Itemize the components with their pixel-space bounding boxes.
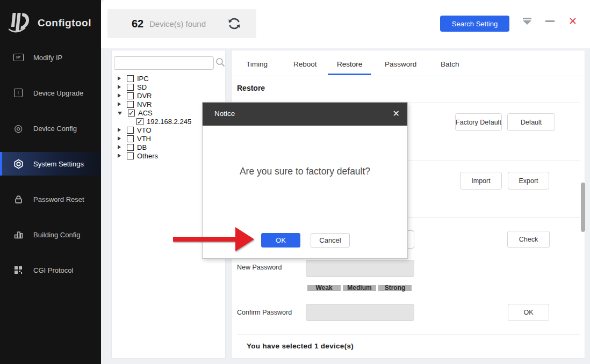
tree-row-sd[interactable]: SD bbox=[112, 83, 225, 91]
dialog-close-icon[interactable]: ✕ bbox=[393, 108, 400, 119]
tab-restore[interactable]: Restore bbox=[337, 60, 362, 68]
dialog-header: Notice ✕ bbox=[203, 103, 407, 126]
app-title: Configtool bbox=[38, 17, 91, 29]
tree-search-input[interactable] bbox=[114, 56, 214, 70]
scrollbar-thumb[interactable] bbox=[581, 183, 585, 232]
app-logo: Configtool bbox=[9, 11, 91, 35]
sidebar-item-label: Password Reset bbox=[33, 195, 84, 203]
tab-bar: Timing Reboot Restore Password Batch bbox=[232, 50, 585, 76]
factory-default-button[interactable]: Factory Default bbox=[455, 113, 502, 131]
expand-arrow-icon[interactable] bbox=[118, 102, 121, 106]
collapse-filter-icon[interactable] bbox=[523, 18, 531, 25]
strength-weak: Weak bbox=[307, 285, 341, 291]
modify-ip-icon: IP bbox=[13, 52, 24, 63]
expand-arrow-icon[interactable] bbox=[118, 136, 121, 141]
tab-password[interactable]: Password bbox=[385, 60, 416, 68]
sidebar-item-label: CGI Protocol bbox=[33, 266, 73, 274]
sidebar-item-label: Building Config bbox=[33, 231, 80, 239]
dialog-title: Notice bbox=[214, 110, 235, 118]
dialog-ok-button[interactable]: OK bbox=[261, 233, 300, 247]
topbar: 62 Device(s) found Search Setting ✕ bbox=[101, 0, 590, 48]
tab-batch[interactable]: Batch bbox=[441, 60, 459, 68]
expand-arrow-icon[interactable] bbox=[118, 93, 121, 98]
sidebar-item-device-config[interactable]: ◎ Device Config bbox=[0, 117, 101, 140]
device-count: 62 bbox=[132, 18, 143, 30]
checkbox[interactable] bbox=[127, 127, 134, 134]
close-icon[interactable]: ✕ bbox=[569, 16, 577, 26]
sidebar-item-password-reset[interactable]: Password Reset bbox=[0, 187, 101, 211]
refresh-icon[interactable] bbox=[227, 16, 243, 32]
sidebar-item-label: Device Upgrade bbox=[33, 89, 83, 97]
sidebar-item-label: Device Config bbox=[33, 125, 77, 133]
strength-strong: Strong bbox=[378, 285, 412, 291]
new-password-input bbox=[306, 260, 414, 277]
dahua-logo-icon bbox=[9, 11, 32, 35]
ok-button[interactable]: OK bbox=[508, 304, 549, 321]
new-password-label: New Password bbox=[237, 264, 282, 271]
device-config-icon: ◎ bbox=[13, 123, 24, 134]
expand-arrow-icon[interactable] bbox=[118, 145, 121, 149]
check-button[interactable]: Check bbox=[507, 231, 550, 248]
checkbox-checked[interactable] bbox=[128, 110, 135, 117]
configtool-window: Configtool IP Modify IP ↑ Device Upgrade… bbox=[0, 0, 590, 364]
checkbox[interactable] bbox=[127, 101, 134, 108]
minimize-icon[interactable] bbox=[545, 20, 555, 22]
device-count-box: 62 Device(s) found bbox=[107, 9, 256, 38]
search-icon[interactable] bbox=[215, 57, 225, 67]
sidebar-item-label: Modify IP bbox=[33, 54, 62, 62]
tab-reboot[interactable]: Reboot bbox=[293, 60, 317, 68]
default-button[interactable]: Default bbox=[507, 113, 555, 131]
annotation-arrow-icon bbox=[170, 225, 256, 252]
tab-timing[interactable]: Timing bbox=[246, 60, 268, 68]
confirm-password-label: Confirm Password bbox=[237, 309, 292, 316]
checkbox-checked[interactable] bbox=[136, 118, 143, 125]
grid-icon bbox=[13, 265, 24, 275]
expand-arrow-icon[interactable] bbox=[118, 128, 121, 132]
device-count-label: Device(s) found bbox=[149, 19, 206, 28]
section-title: Restore bbox=[237, 84, 265, 92]
checkbox[interactable] bbox=[127, 144, 134, 151]
tree-row-ipc[interactable]: IPC bbox=[112, 74, 225, 83]
export-button[interactable]: Export bbox=[508, 172, 549, 190]
sidebar-item-modify-ip[interactable]: IP Modify IP bbox=[0, 46, 101, 69]
search-setting-button[interactable]: Search Setting bbox=[440, 16, 509, 32]
lock-icon bbox=[13, 194, 24, 205]
checkbox[interactable] bbox=[127, 152, 134, 159]
strength-medium: Medium bbox=[343, 285, 376, 291]
system-settings-icon bbox=[13, 158, 24, 169]
dialog-cancel-button[interactable]: Cancel bbox=[311, 233, 350, 247]
tree-row-dvr[interactable]: DVR bbox=[112, 91, 225, 100]
sidebar-item-cgi-protocol[interactable]: CGI Protocol bbox=[0, 258, 101, 282]
selected-devices-text: You have selected 1 device(s) bbox=[247, 342, 354, 350]
dialog-message: Are you sure to factory default? bbox=[203, 166, 407, 177]
bar-chart-icon bbox=[13, 229, 24, 240]
checkbox[interactable] bbox=[127, 84, 134, 91]
expand-arrow-icon[interactable] bbox=[118, 85, 121, 89]
device-upgrade-icon: ↑ bbox=[13, 88, 24, 98]
expand-arrow-icon[interactable] bbox=[118, 154, 121, 158]
checkbox[interactable] bbox=[127, 135, 134, 142]
sidebar-item-device-upgrade[interactable]: ↑ Device Upgrade bbox=[0, 81, 101, 105]
divider bbox=[237, 334, 580, 335]
import-button[interactable]: Import bbox=[460, 172, 502, 190]
sidebar: Configtool IP Modify IP ↑ Device Upgrade… bbox=[0, 0, 101, 364]
checkbox[interactable] bbox=[127, 92, 134, 99]
expand-arrow-icon[interactable] bbox=[118, 76, 121, 81]
sidebar-item-label: System Settings bbox=[33, 160, 84, 168]
confirm-password-input bbox=[306, 304, 414, 321]
password-strength-meter: Weak Medium Strong bbox=[307, 285, 412, 291]
collapse-arrow-icon[interactable] bbox=[118, 112, 122, 115]
sidebar-item-building-config[interactable]: Building Config bbox=[0, 223, 101, 246]
checkbox[interactable] bbox=[127, 75, 134, 82]
sidebar-item-system-settings[interactable]: System Settings bbox=[0, 152, 101, 176]
